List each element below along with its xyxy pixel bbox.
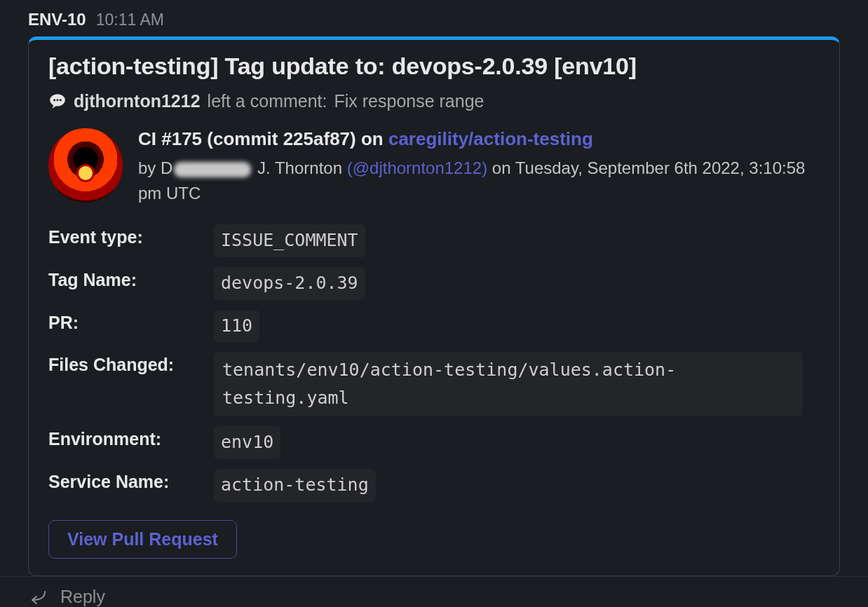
ci-text: CI #175 (commit 225af87) on caregility/a… bbox=[138, 128, 820, 206]
value-service-name: action-testing bbox=[214, 469, 376, 502]
author-suffix: J. Thornton bbox=[252, 158, 342, 177]
label-files-changed: Files Changed: bbox=[48, 352, 210, 375]
comment-text: Fix response range bbox=[334, 91, 484, 111]
author-handle-link[interactable]: (@djthornton1212) bbox=[347, 158, 487, 177]
svg-point-2 bbox=[56, 99, 58, 101]
value-files-changed: tenants/env10/action-testing/values.acti… bbox=[214, 352, 803, 416]
value-pr: 110 bbox=[214, 310, 259, 343]
card-title: [action-testing] Tag update to: devops-2… bbox=[48, 53, 820, 80]
svg-point-1 bbox=[53, 99, 55, 101]
redacted-name bbox=[174, 162, 251, 177]
ci-run-block: CI #175 (commit 225af87) on caregility/a… bbox=[48, 128, 820, 206]
channel-name[interactable]: ENV-10 bbox=[28, 10, 86, 29]
reply-arrow-icon bbox=[28, 589, 48, 604]
message-container: ENV-10 10:11 AM [action-testing] Tag upd… bbox=[0, 0, 868, 607]
comment-summary: djthornton1212 left a comment: Fix respo… bbox=[48, 91, 820, 111]
ci-run-title[interactable]: CI #175 (commit 225af87) bbox=[138, 128, 356, 149]
ci-meta-line: by D J. Thornton (@djthornton1212) on Tu… bbox=[138, 156, 820, 206]
comment-verb: left a comment: bbox=[208, 91, 327, 111]
message-header: ENV-10 10:11 AM bbox=[0, 0, 868, 36]
label-pr: PR: bbox=[48, 310, 210, 333]
reply-footer[interactable]: Reply bbox=[0, 576, 868, 607]
speech-bubble-icon bbox=[48, 93, 67, 111]
value-environment: env10 bbox=[214, 426, 280, 459]
ci-on-word: on bbox=[361, 128, 384, 149]
label-service-name: Service Name: bbox=[48, 469, 210, 492]
reply-label: Reply bbox=[60, 587, 105, 607]
attachment-card: [action-testing] Tag update to: devops-2… bbox=[28, 36, 840, 576]
details-list: Event type: ISSUE_COMMENT Tag Name: devo… bbox=[48, 224, 820, 502]
avatar[interactable] bbox=[48, 128, 123, 203]
label-environment: Environment: bbox=[48, 426, 210, 449]
view-pull-request-button[interactable]: View Pull Request bbox=[48, 520, 237, 559]
ci-title-line: CI #175 (commit 225af87) on caregility/a… bbox=[138, 128, 820, 150]
svg-point-3 bbox=[60, 99, 62, 101]
commenter-username[interactable]: djthornton1212 bbox=[74, 91, 201, 111]
label-event-type: Event type: bbox=[48, 224, 210, 247]
author-prefix: by D bbox=[138, 158, 172, 177]
label-tag-name: Tag Name: bbox=[48, 267, 210, 290]
value-event-type: ISSUE_COMMENT bbox=[214, 224, 365, 257]
repo-link[interactable]: caregility/action-testing bbox=[388, 128, 593, 149]
value-tag-name: devops-2.0.39 bbox=[214, 267, 365, 300]
message-timestamp[interactable]: 10:11 AM bbox=[96, 11, 164, 29]
